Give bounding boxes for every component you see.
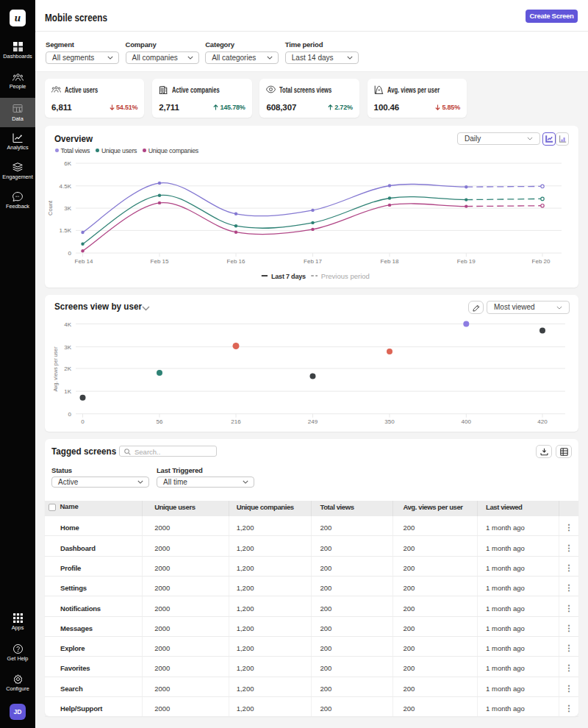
svg-text:Feb 16: Feb 16 [227,258,245,265]
svg-text:420: 420 [537,418,548,425]
svg-text:3K: 3K [64,344,71,351]
svg-text:Feb 20: Feb 20 [532,258,551,265]
svg-text:3K: 3K [64,205,71,212]
svg-text:4.5K: 4.5K [60,183,72,190]
svg-text:216: 216 [231,418,241,425]
svg-text:0: 0 [68,411,72,418]
svg-text:400: 400 [462,418,472,425]
svg-text:Feb 19: Feb 19 [457,258,476,265]
svg-text:350: 350 [384,418,395,425]
svg-text:Count: Count [47,200,54,215]
svg-text:Feb 15: Feb 15 [151,258,169,265]
svg-text:Avg. views per user: Avg. views per user [53,346,59,392]
svg-text:2K: 2K [64,365,71,372]
svg-text:249: 249 [308,418,318,425]
svg-text:Last 7 days: Last 7 days [271,273,306,280]
svg-text:Feb 17: Feb 17 [304,258,322,265]
svg-text:1K: 1K [64,388,71,395]
svg-text:Feb 18: Feb 18 [381,258,399,265]
svg-text:4K: 4K [64,321,71,328]
svg-text:0: 0 [68,250,72,257]
svg-text:6K: 6K [64,160,71,167]
svg-text:0: 0 [81,418,85,425]
svg-text:Previous period: Previous period [321,272,370,280]
svg-text:Feb 14: Feb 14 [75,258,93,265]
svg-text:56: 56 [157,418,163,425]
svg-text:1.5K: 1.5K [60,227,72,234]
